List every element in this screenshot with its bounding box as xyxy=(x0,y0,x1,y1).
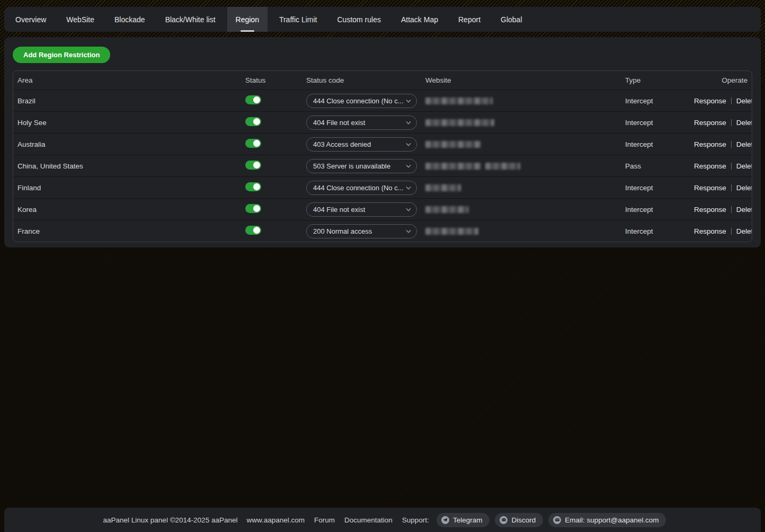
delete-link[interactable]: Delete xyxy=(736,162,752,170)
chevron-down-icon xyxy=(406,208,411,212)
website-masked xyxy=(485,163,520,170)
header-type: Type xyxy=(625,76,694,84)
area-cell: France xyxy=(17,227,245,235)
copyright-text: aaPanel Linux panel ©2014-2025 aaPanel xyxy=(103,516,238,524)
status-code-value: 404 File not exist xyxy=(313,119,365,127)
type-cell: Pass xyxy=(625,162,694,170)
area-cell: Finland xyxy=(17,184,245,192)
response-link[interactable]: Response xyxy=(694,206,726,214)
area-cell: China, United States xyxy=(17,162,245,170)
chevron-down-icon xyxy=(406,99,411,103)
tab-custom-rules[interactable]: Custom rules xyxy=(329,7,389,32)
website-masked xyxy=(425,184,461,191)
delete-link[interactable]: Delete xyxy=(736,206,752,214)
toggle-knob xyxy=(253,96,260,103)
status-toggle[interactable] xyxy=(245,204,261,213)
table-row: France 200 Normal access Intercept Respo… xyxy=(13,220,752,242)
toggle-knob xyxy=(253,118,260,125)
status-code-select[interactable]: 444 Close connection (No c... xyxy=(306,94,417,108)
status-code-value: 503 Server is unavailable xyxy=(313,162,390,170)
chevron-down-icon xyxy=(406,164,411,169)
discord-button[interactable]: Discord xyxy=(495,513,543,527)
toggle-knob xyxy=(253,162,260,169)
tab-black-white-list[interactable]: Black/White list xyxy=(157,7,224,32)
forum-link[interactable]: Forum xyxy=(314,516,335,524)
header-area: Area xyxy=(17,76,245,84)
status-toggle[interactable] xyxy=(245,161,261,170)
operate-divider xyxy=(731,228,732,235)
response-link[interactable]: Response xyxy=(694,227,726,235)
email-label: Email: support@aapanel.com xyxy=(565,516,659,524)
website-masked xyxy=(425,163,481,170)
type-cell: Intercept xyxy=(625,227,694,235)
status-code-select[interactable]: 403 Access denied xyxy=(306,137,417,152)
response-link[interactable]: Response xyxy=(694,119,726,127)
response-link[interactable]: Response xyxy=(694,97,726,105)
operate-divider xyxy=(731,97,732,104)
operate-divider xyxy=(731,206,732,213)
chevron-down-icon xyxy=(406,229,411,234)
chevron-down-icon xyxy=(406,143,411,147)
waf-tab-bar: Overview WebSite Blockade Black/White li… xyxy=(4,7,761,32)
toggle-knob xyxy=(253,183,260,190)
support-label: Support: xyxy=(402,516,429,524)
status-code-value: 444 Close connection (No c... xyxy=(313,97,404,105)
telegram-label: Telegram xyxy=(453,516,483,524)
add-region-restriction-button[interactable]: Add Region Restriction xyxy=(13,47,110,63)
header-website: Website xyxy=(425,76,625,84)
website-masked xyxy=(425,228,478,235)
status-code-select[interactable]: 404 File not exist xyxy=(306,116,417,130)
region-panel: Add Region Restriction Area Status Statu… xyxy=(4,37,761,247)
status-code-select[interactable]: 404 File not exist xyxy=(306,202,417,217)
delete-link[interactable]: Delete xyxy=(736,227,752,235)
response-link[interactable]: Response xyxy=(694,140,726,148)
status-toggle[interactable] xyxy=(245,226,261,235)
email-support-button[interactable]: Email: support@aapanel.com xyxy=(548,513,666,527)
tab-region[interactable]: Region xyxy=(227,7,268,32)
status-code-select[interactable]: 444 Close connection (No c... xyxy=(306,181,417,195)
operate-divider xyxy=(731,163,732,170)
tab-traffic-limit[interactable]: Traffic Limit xyxy=(271,7,326,32)
region-table: Area Status Status code Website Type Ope… xyxy=(13,70,752,242)
status-code-value: 404 File not exist xyxy=(313,206,365,214)
type-cell: Intercept xyxy=(625,97,694,105)
type-cell: Intercept xyxy=(625,140,694,148)
telegram-button[interactable]: Telegram xyxy=(437,513,490,527)
status-toggle[interactable] xyxy=(245,117,261,126)
discord-label: Discord xyxy=(511,516,536,524)
response-link[interactable]: Response xyxy=(694,184,726,192)
status-code-select[interactable]: 200 Normal access xyxy=(306,224,417,238)
website-masked xyxy=(425,97,493,104)
documentation-link[interactable]: Documentation xyxy=(344,516,393,524)
delete-link[interactable]: Delete xyxy=(736,119,752,127)
header-status-code: Status code xyxy=(306,76,425,84)
response-link[interactable]: Response xyxy=(694,162,726,170)
tab-website[interactable]: WebSite xyxy=(58,7,103,32)
delete-link[interactable]: Delete xyxy=(736,184,752,192)
status-toggle[interactable] xyxy=(245,95,261,104)
chevron-down-icon xyxy=(406,121,411,125)
status-code-select[interactable]: 503 Server is unavailable xyxy=(306,159,417,173)
header-operate: Operate xyxy=(694,76,748,84)
delete-link[interactable]: Delete xyxy=(736,97,752,105)
tab-global[interactable]: Global xyxy=(492,7,530,32)
tab-attack-map[interactable]: Attack Map xyxy=(393,7,447,32)
status-toggle[interactable] xyxy=(245,139,261,148)
tab-overview[interactable]: Overview xyxy=(7,7,55,32)
tab-report[interactable]: Report xyxy=(450,7,489,32)
toggle-knob xyxy=(253,227,260,234)
table-row: Finland 444 Close connection (No c... In… xyxy=(13,176,752,198)
area-cell: Holy See xyxy=(17,119,245,127)
status-code-value: 444 Close connection (No c... xyxy=(313,184,404,192)
status-toggle[interactable] xyxy=(245,182,261,191)
type-cell: Intercept xyxy=(625,184,694,192)
table-row: Australia 403 Access denied Intercept Re… xyxy=(13,133,752,155)
toggle-knob xyxy=(253,205,260,212)
type-cell: Intercept xyxy=(625,206,694,214)
tab-blockade[interactable]: Blockade xyxy=(106,7,154,32)
status-code-value: 403 Access denied xyxy=(313,140,371,148)
table-header-row: Area Status Status code Website Type Ope… xyxy=(13,71,752,90)
delete-link[interactable]: Delete xyxy=(736,140,752,148)
aapanel-site-link[interactable]: www.aapanel.com xyxy=(246,516,305,524)
website-masked xyxy=(425,119,494,126)
